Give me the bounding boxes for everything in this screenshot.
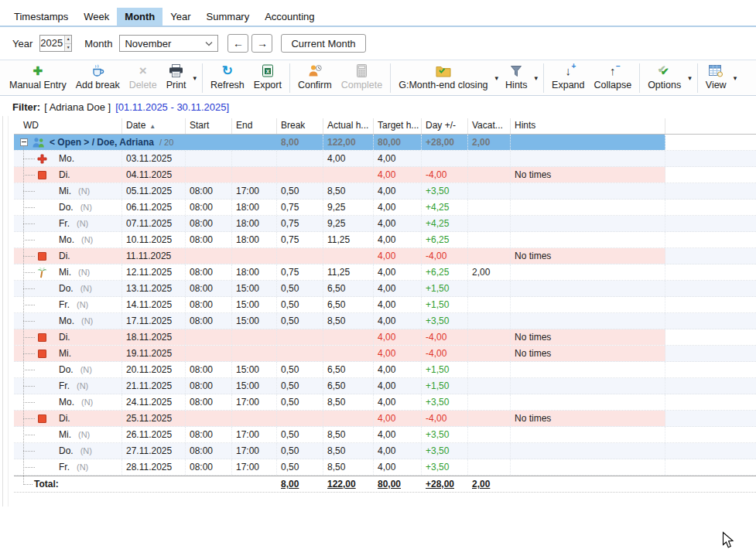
column-header-vacat[interactable]: Vacat... [468,118,511,134]
date-cell: 13.11.2025 [122,281,186,296]
options-button[interactable]: ✔✔Options [643,63,686,94]
date-cell: 25.11.2025 [122,411,186,426]
current-month-button[interactable]: Current Month [281,34,365,53]
hints-cell [511,281,665,296]
column-header-end[interactable]: End [232,118,277,134]
dropdown-arrow-icon[interactable]: ▾ [193,74,197,82]
table-row[interactable]: Fr.(N)28.11.202508:0017:000,508,504,00+3… [14,459,756,476]
table-row[interactable]: Di.25.11.20254,00-4,00No times [14,411,756,427]
table-row[interactable]: Fr.(N)07.11.202508:0018:000,759,254,00+4… [14,216,756,232]
vacation-cell [468,248,511,264]
column-header-day[interactable]: Day +/- [422,118,468,134]
table-row[interactable]: Mi.(N)12.11.202508:0018:000,7511,254,00+… [14,264,756,281]
hints-button[interactable]: Hints [501,63,532,94]
actual-hours-cell: 8,50 [323,313,374,329]
weekday-label: Di. [59,248,70,264]
tab-summary[interactable]: Summary [199,8,258,26]
tab-week[interactable]: Week [76,8,117,26]
target-group-cell: 80,00 [374,135,422,150]
weekday-cell: Di. [14,411,122,426]
previous-month-button[interactable]: ← [227,34,248,53]
table-row[interactable]: Mi.19.11.20254,00-4,00No times [14,346,756,362]
weekday-label: Mi. [59,427,71,442]
vacation-cell: 2,00 [468,264,511,280]
table-row[interactable]: Do.(N)06.11.202508:0018:000,759,254,00+4… [14,200,756,216]
table-row[interactable]: Mi.(N)05.11.202508:0017:000,508,504,00+3… [14,183,756,200]
table-row[interactable]: Do.(N)20.11.202508:0015:000,506,504,00+1… [14,362,756,378]
vacation-total-cell: 2,00 [468,476,511,492]
tree-branch-line [23,191,35,192]
expand-button[interactable]: ↓+Expand [547,63,589,94]
collapse-button[interactable]: ↑−Collapse [590,63,637,94]
table-row[interactable]: Do.(N)13.11.202508:0015:000,506,504,00+1… [14,281,756,297]
print-button[interactable]: Print [162,63,191,94]
table-row[interactable]: Fr.(N)14.11.202508:0015:000,506,504,00+1… [14,297,756,313]
column-header-break[interactable]: Break [277,118,323,134]
tab-year[interactable]: Year [162,8,198,26]
table-row[interactable]: Fr.(N)21.11.202508:0015:000,506,504,00+1… [14,378,756,394]
manual-entry-button[interactable]: ✚Manual Entry [5,63,71,94]
table-row[interactable]: Mo.(N)17.11.202508:0015:000,508,504,00+3… [14,313,756,329]
column-header-hints[interactable]: Hints [511,118,665,134]
date-cell: 26.11.2025 [122,427,186,442]
table-row[interactable]: Mo.(N)10.11.202508:0018:000,7511,254,00+… [14,232,756,248]
g-month-end-closing-button[interactable]: G:Month-end closing [394,63,492,94]
target-hours-cell: 4,00 [374,411,422,426]
tree-branch-line [23,321,35,322]
tree-branch-line [23,402,35,403]
start-cell: 08:00 [186,264,232,280]
target-hours-cell: 4,00 [374,232,422,247]
tab-timestamps[interactable]: Timestamps [6,8,76,26]
table-row[interactable]: Mo.(N)24.11.202508:0017:000,508,504,00+3… [14,394,756,411]
toolbar-separator [289,63,290,93]
toolbar-separator [639,63,640,93]
table-row[interactable]: Mo.03.11.20254,004,00 [14,151,756,167]
excel-icon: X [262,63,274,79]
table-row[interactable]: Di.11.11.20254,00-4,00No times [14,248,756,264]
start-cell [186,411,232,426]
export-button[interactable]: XExport [249,63,286,94]
add-break-button[interactable]: Add break [71,63,125,94]
day-group-cell: +28,00 [422,135,468,150]
spin-up-icon[interactable]: ▲ [65,36,71,44]
tab-month[interactable]: Month [117,8,162,26]
plus-icon: ✚ [33,63,43,79]
weekday-label: Do. [59,281,74,296]
end-cell: 18:00 [232,232,277,247]
month-select[interactable]: November [119,35,218,52]
table-row[interactable]: Di.04.11.20254,00-4,00No times [14,167,756,183]
column-header-actual-h[interactable]: Actual h... [323,118,374,134]
dropdown-arrow-icon[interactable]: ▾ [535,74,539,82]
target-hours-cell: 4,00 [374,297,422,312]
table-row[interactable]: Di.18.11.20254,00-4,00No times [14,329,756,346]
date-cell: 14.11.2025 [122,297,186,312]
column-header-target-h[interactable]: Target h... [374,118,422,134]
day-delta-cell: +6,25 [422,264,468,280]
dropdown-arrow-icon[interactable]: ▾ [495,74,499,82]
column-header-label: Date [126,120,145,131]
hints-cell: No times [511,329,665,345]
year-spinner[interactable]: 2025 ▲▼ [39,35,72,52]
hints-cell [511,216,665,231]
table-row[interactable]: Do.(N)27.11.202508:0017:000,508,504,00+3… [14,443,756,459]
start-cell: 08:00 [186,183,232,199]
column-header-wd[interactable]: WD [14,118,122,134]
next-month-button[interactable]: → [251,34,272,53]
spin-down-icon[interactable]: ▼ [65,44,71,52]
view-button[interactable]: View [701,63,731,94]
day-delta-cell: +3,50 [422,313,468,329]
end-cell: 17:00 [232,394,277,410]
column-header-date[interactable]: Date▲ [122,118,186,134]
table-row[interactable]: Mi.(N)26.11.202508:0017:000,508,504,00+3… [14,427,756,443]
tab-accounting[interactable]: Accounting [257,8,322,26]
group-header-row[interactable]: < Open > / Doe, Adriana/ 208,00122,0080,… [14,135,756,151]
month-label: Month [84,38,112,49]
column-header-start[interactable]: Start [186,118,232,134]
year-value[interactable]: 2025 [40,36,64,51]
dropdown-arrow-icon[interactable]: ▾ [734,74,737,82]
confirm-button[interactable]: Confirm [293,63,337,94]
dropdown-arrow-icon[interactable]: ▾ [688,74,692,82]
collapse-expander-icon[interactable] [20,138,28,146]
date-cell: 28.11.2025 [122,459,186,475]
refresh-button[interactable]: ↻Refresh [206,63,249,94]
